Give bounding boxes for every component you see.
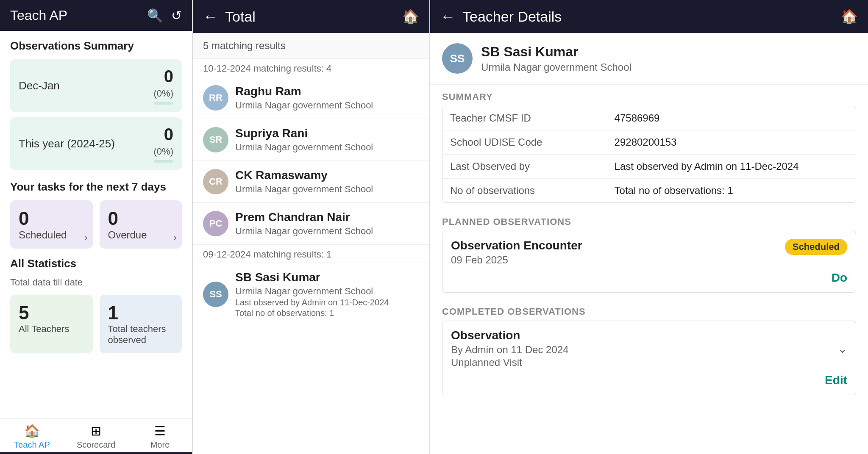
summary-numobs-key: No of observations (450, 185, 606, 197)
teacher-item-ss[interactable]: SS SB Sasi Kumar Urmila Nagar government… (193, 263, 429, 326)
date-group-2-date: 09-12-2024 (203, 249, 251, 260)
tasks-section: Your tasks for the next 7 days 0 Schedul… (10, 180, 182, 249)
teacher-pc-info: Prem Chandran Nair Urmila Nagar governme… (235, 210, 419, 237)
summary-lastobs-row: Last Observed by Last observed by Admin … (442, 155, 856, 179)
teacher-pc-school: Urmila Nagar government School (235, 226, 419, 237)
overdue-arrow-icon: › (173, 232, 177, 244)
more-nav-icon: ☰ (154, 424, 166, 438)
teacher-sr-school: Urmila Nagar government School (235, 142, 419, 153)
all-teachers-label: All Teachers (19, 324, 84, 335)
statistics-title: All Statistics (10, 257, 182, 270)
tasks-row: 0 Scheduled › 0 Overdue › (10, 200, 182, 249)
avatar-sr: SR (203, 127, 228, 152)
planned-obs-title: Observation Encounter (451, 239, 582, 252)
obs-dec-jan-number: 0 (154, 67, 173, 86)
total-home-icon[interactable]: 🏠 (402, 8, 419, 25)
home-nav-icon: 🏠 (24, 424, 40, 438)
all-teachers-card: 5 All Teachers (10, 295, 93, 353)
nav-teach-ap[interactable]: 🏠 Teach AP (0, 424, 64, 450)
scheduled-card[interactable]: 0 Scheduled › (10, 200, 93, 249)
completed-obs-title: Observation (451, 329, 569, 342)
teacher-rr-school: Urmila Nagar government School (235, 100, 419, 111)
teacher-item-cr[interactable]: CR CK Ramaswamy Urmila Nagar government … (193, 161, 429, 203)
all-teachers-count: 5 (19, 302, 84, 324)
profile-avatar: SS (442, 43, 473, 74)
obs-dec-jan-bar (154, 102, 173, 105)
teacher-details-home-icon[interactable]: 🏠 (841, 8, 858, 25)
panel-teach-ap: Teach AP 🔍 ↺ Observations Summary Dec-Ja… (0, 0, 193, 454)
summary-cmsf-row: Teacher CMSF ID 47586969 (442, 106, 856, 130)
statistics-subtitle: Total data till date (10, 277, 182, 288)
overdue-card[interactable]: 0 Overdue › (100, 200, 182, 249)
search-icon[interactable]: 🔍 (147, 8, 163, 23)
nav-scorecard-label: Scorecard (77, 440, 115, 450)
panel1-content: Observations Summary Dec-Jan 0 (0%) This… (0, 31, 192, 418)
teacher-item-sr[interactable]: SR Supriya Rani Urmila Nagar government … (193, 119, 429, 161)
do-link[interactable]: Do (451, 271, 847, 285)
planned-obs-info: Observation Encounter 09 Feb 2025 (451, 239, 582, 266)
stats-row: 5 All Teachers 1 Total teachers observed (10, 295, 182, 353)
avatar-pc: PC (203, 211, 228, 236)
header-icons: 🔍 ↺ (147, 8, 182, 23)
obs-thisyear-bar (154, 160, 173, 163)
teacher-profile-section: SS SB Sasi Kumar Urmila Nagar government… (430, 33, 868, 85)
teacher-ss-extra1: Last observed by Admin on 11-Dec-2024 (235, 298, 419, 307)
teacher-ss-name: SB Sasi Kumar (235, 271, 419, 284)
teacher-ss-info: SB Sasi Kumar Urmila Nagar government Sc… (235, 271, 419, 318)
teacher-pc-name: Prem Chandran Nair (235, 210, 419, 224)
planned-section-header: PLANNED OBSERVATIONS (430, 210, 868, 231)
teacher-ss-extra2: Total no of observations: 1 (235, 308, 419, 318)
bottom-navigation: 🏠 Teach AP ⊞ Scorecard ☰ More (0, 418, 192, 452)
teach-ap-header: Teach AP 🔍 ↺ (0, 0, 192, 31)
obs-dec-jan-label: Dec-Jan (19, 79, 60, 92)
nav-more[interactable]: ☰ More (128, 424, 192, 450)
total-back-button[interactable]: ← (203, 8, 218, 25)
teacher-item-pc[interactable]: PC Prem Chandran Nair Urmila Nagar gover… (193, 203, 429, 245)
summary-numobs-value: Total no of observations: 1 (615, 185, 848, 197)
date-group-1-date: 10-12-2024 (203, 63, 251, 74)
date-group-1-results: matching results: 4 (253, 63, 332, 74)
planned-observations-card: Observation Encounter 09 Feb 2025 Schedu… (442, 231, 856, 293)
observed-label: Total teachers observed (108, 324, 174, 346)
scheduled-badge: Scheduled (785, 239, 847, 255)
avatar-cr: CR (203, 169, 228, 194)
avatar-ss: SS (203, 282, 228, 307)
obs-dec-jan-value: 0 (0%) (154, 67, 173, 105)
scheduled-arrow-icon: › (84, 232, 88, 244)
completed-header-row: Observation By Admin on 11 Dec 2024 Unpl… (451, 329, 847, 368)
chevron-down-icon[interactable]: ⌄ (837, 342, 847, 356)
profile-name: SB Sasi Kumar (481, 44, 632, 60)
completed-section-header: COMPLETED OBSERVATIONS (430, 299, 868, 321)
overdue-count: 0 (108, 208, 174, 229)
overdue-label: Overdue (108, 229, 174, 241)
summary-udise-key: School UDISE Code (450, 136, 606, 148)
profile-school: Urmila Nagar government School (481, 61, 632, 73)
completed-observations-card: Observation By Admin on 11 Dec 2024 Unpl… (442, 321, 856, 395)
summary-cmsf-key: Teacher CMSF ID (450, 112, 606, 124)
completed-obs-info: Observation By Admin on 11 Dec 2024 Unpl… (451, 329, 569, 368)
nav-more-label: More (150, 440, 170, 450)
edit-link[interactable]: Edit (451, 374, 847, 387)
obs-thisyear-card: This year (2024-25) 0 (0%) (10, 117, 182, 170)
teacher-details-back-button[interactable]: ← (440, 8, 456, 25)
teacher-cr-school: Urmila Nagar government School (235, 184, 419, 195)
statistics-section: All Statistics Total data till date 5 Al… (10, 257, 182, 353)
teacher-cr-name: CK Ramaswamy (235, 169, 419, 182)
date-group-2-results: matching results: 1 (253, 249, 332, 260)
observations-summary-title: Observations Summary (10, 39, 182, 53)
teacher-ss-school: Urmila Nagar government School (235, 286, 419, 297)
planned-title-row: Observation Encounter 09 Feb 2025 Schedu… (451, 239, 847, 266)
panel-total: ← Total 🏠 5 matching results 10-12-2024 … (193, 0, 430, 454)
obs-thisyear-label: This year (2024-25) (19, 137, 115, 150)
avatar-rr: RR (203, 85, 228, 111)
teacher-cr-info: CK Ramaswamy Urmila Nagar government Sch… (235, 169, 419, 195)
obs-thisyear-value: 0 (0%) (154, 125, 173, 163)
refresh-icon[interactable]: ↺ (171, 8, 182, 23)
teacher-item-rr[interactable]: RR Raghu Ram Urmila Nagar government Sch… (193, 77, 429, 119)
nav-scorecard[interactable]: ⊞ Scorecard (64, 424, 128, 450)
tasks-title: Your tasks for the next 7 days (10, 180, 182, 194)
results-summary: 5 matching results (193, 33, 429, 59)
summary-table: Teacher CMSF ID 47586969 School UDISE Co… (442, 106, 856, 203)
teacher-rr-info: Raghu Ram Urmila Nagar government School (235, 85, 419, 111)
app-title: Teach AP (10, 8, 67, 23)
